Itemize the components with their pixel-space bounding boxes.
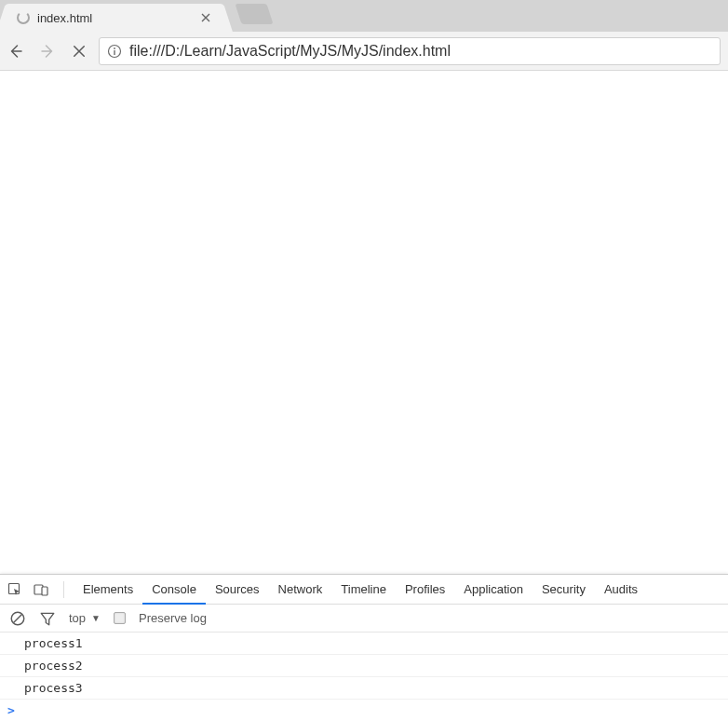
preserve-log-label: Preserve log <box>139 611 207 625</box>
console-toolbar: top ▼ Preserve log <box>0 605 728 633</box>
context-selector[interactable]: top ▼ <box>69 611 101 625</box>
inspect-icon <box>7 582 22 597</box>
devtools-tab-timeline[interactable]: Timeline <box>331 575 396 605</box>
chevron-down-icon: ▼ <box>91 613 101 623</box>
close-icon <box>71 43 88 60</box>
clear-console-button[interactable] <box>9 610 26 627</box>
clear-icon <box>9 610 26 627</box>
arrow-right-icon <box>39 43 56 60</box>
close-tab-button[interactable] <box>199 11 212 24</box>
close-icon <box>201 13 210 22</box>
devtools-tab-application[interactable]: Application <box>454 575 533 605</box>
console-prompt[interactable]: > <box>0 700 728 721</box>
inspect-element-button[interactable] <box>6 580 24 599</box>
stop-reload-button[interactable] <box>71 43 88 60</box>
devtools-tabbar: ElementsConsoleSourcesNetworkTimelinePro… <box>0 575 728 605</box>
filter-icon <box>39 610 56 627</box>
filter-button[interactable] <box>39 610 56 627</box>
devtools-tab-audits[interactable]: Audits <box>595 575 647 605</box>
devtools-panel: ElementsConsoleSourcesNetworkTimelinePro… <box>0 574 728 721</box>
device-toolbar-button[interactable] <box>32 580 50 599</box>
browser-tab[interactable]: index.html <box>7 4 222 32</box>
console-output: process1process2process3 > <box>0 633 728 721</box>
url-text: file:///D:/Learn/JavaScript/MyJS/MyJS/in… <box>129 43 712 60</box>
tab-title: index.html <box>37 11 199 25</box>
back-button[interactable] <box>7 43 24 60</box>
devtools-tab-sources[interactable]: Sources <box>206 575 269 605</box>
address-bar[interactable]: file:///D:/Learn/JavaScript/MyJS/MyJS/in… <box>99 37 721 65</box>
arrow-left-icon <box>7 43 24 60</box>
devtools-tab-security[interactable]: Security <box>533 575 595 605</box>
console-row: process3 <box>0 677 728 700</box>
new-tab-button[interactable] <box>235 4 273 24</box>
site-info-button[interactable] <box>107 44 122 59</box>
svg-rect-2 <box>114 50 115 55</box>
preserve-log-checkbox[interactable] <box>114 612 126 624</box>
context-label: top <box>69 611 86 625</box>
browser-toolbar: file:///D:/Learn/JavaScript/MyJS/MyJS/in… <box>0 32 728 71</box>
tab-strip: index.html <box>0 0 728 32</box>
devtools-tab-profiles[interactable]: Profiles <box>396 575 454 605</box>
info-icon <box>107 44 122 59</box>
console-row: process1 <box>0 633 728 655</box>
separator <box>63 581 64 598</box>
nav-buttons <box>7 43 88 60</box>
devtools-tab-console[interactable]: Console <box>142 575 206 605</box>
devtools-tab-network[interactable]: Network <box>269 575 332 605</box>
svg-point-1 <box>114 48 115 49</box>
forward-button[interactable] <box>39 43 56 60</box>
loading-spinner-icon <box>17 11 30 24</box>
page-viewport <box>0 71 728 574</box>
device-icon <box>34 582 48 597</box>
console-row: process2 <box>0 655 728 677</box>
devtools-tab-elements[interactable]: Elements <box>74 575 142 605</box>
svg-rect-5 <box>42 587 47 595</box>
